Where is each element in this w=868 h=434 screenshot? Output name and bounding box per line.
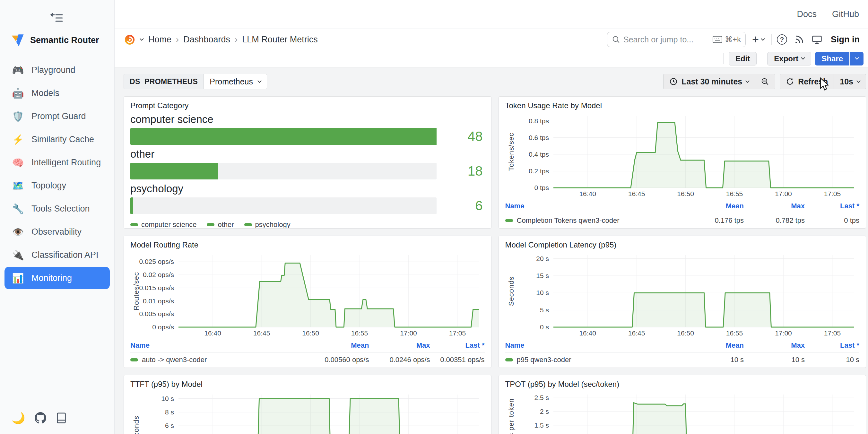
sidebar-item-topology[interactable]: 🗺️ Topology	[4, 174, 110, 197]
legend-header-last[interactable]: Last *	[805, 341, 859, 349]
series-name[interactable]: auto -> qwen3-coder	[130, 356, 292, 364]
legend-header-max[interactable]: Max	[744, 202, 805, 210]
docs-link[interactable]: Docs	[797, 9, 817, 19]
legend-header-name[interactable]: Name	[505, 202, 667, 210]
legend-header-mean[interactable]: Mean	[667, 341, 744, 349]
eye-icon: 👁️	[11, 226, 24, 238]
svg-text:17:05: 17:05	[824, 329, 841, 337]
bargauge-track	[130, 128, 437, 145]
series-max: 10 s	[744, 356, 805, 364]
completion-latency-chart[interactable]: 16:4016:4516:5016:5517:0017:050 s5 s10 s…	[505, 251, 860, 338]
sidebar-item-label: Topology	[31, 181, 66, 191]
tpot-chart[interactable]: 16:4016:4516:5016:5517:0017:050 s0.5 s1 …	[505, 390, 860, 434]
time-range-group: Last 30 minutes	[663, 74, 775, 89]
sidebar-item-monitoring[interactable]: 📊 Monitoring	[4, 267, 110, 289]
panel-title[interactable]: TTFT (p95) by Model	[130, 380, 485, 389]
bargauge-track	[130, 163, 437, 180]
ttft-chart[interactable]: 16:4016:4516:5016:5517:0017:050 s2 s4 s6…	[130, 390, 485, 434]
docs-book-icon[interactable]	[56, 412, 67, 424]
sidebar-item-playground[interactable]: 🎮 Playground	[4, 59, 110, 81]
legend-header-max[interactable]: Max	[369, 341, 430, 349]
legend-header-max[interactable]: Max	[744, 341, 805, 349]
bargauge-label: computer science	[130, 113, 485, 125]
new-menu-button[interactable]: +	[752, 33, 764, 46]
refresh-interval-select[interactable]: 10s	[834, 74, 866, 89]
datasource-select[interactable]: Prometheus	[204, 74, 267, 89]
sidebar-collapse-button[interactable]	[48, 11, 66, 25]
share-menu-button[interactable]	[850, 52, 864, 65]
svg-text:0.005 ops/s: 0.005 ops/s	[139, 310, 174, 317]
news-rss-icon[interactable]	[794, 34, 804, 44]
legend-header-last[interactable]: Last *	[805, 202, 859, 210]
org-switcher-chevron-icon[interactable]	[140, 37, 144, 41]
panel-title[interactable]: Model Routing Rate	[130, 241, 485, 249]
sidebar-item-models[interactable]: 🤖 Models	[4, 82, 110, 104]
zoom-out-time-button[interactable]	[755, 74, 775, 89]
series-name[interactable]: p95 qwen3-coder	[505, 356, 667, 364]
breadcrumb-dashboards[interactable]: Dashboards	[183, 35, 230, 44]
edit-button[interactable]: Edit	[729, 52, 756, 65]
clock-icon	[669, 78, 678, 86]
sidebar-item-similarity-cache[interactable]: ⚡ Similarity Cache	[4, 128, 110, 151]
svg-text:0.2 tps: 0.2 tps	[528, 167, 549, 175]
svg-text:0.01 ops/s: 0.01 ops/s	[143, 297, 174, 305]
svg-text:17:00: 17:00	[400, 329, 417, 337]
legend-item[interactable]: computer science	[130, 220, 196, 228]
legend-header-name[interactable]: Name	[130, 341, 292, 349]
legend-item[interactable]: psychology	[244, 220, 290, 228]
token-usage-chart[interactable]: 16:4016:4516:5016:5517:0017:050 tps0.2 t…	[505, 112, 860, 199]
svg-text:16:45: 16:45	[253, 329, 270, 337]
search-input[interactable]: Search or jump to... ⌘+k	[607, 32, 746, 47]
legend-header-name[interactable]: Name	[505, 341, 667, 349]
github-link[interactable]: GitHub	[832, 9, 859, 19]
routing-rate-chart[interactable]: 16:4016:4516:5016:5517:0017:050 ops/s0.0…	[130, 251, 485, 338]
panel-title[interactable]: Prompt Category	[130, 101, 485, 110]
theme-toggle-moon-icon[interactable]: 🌙	[11, 411, 25, 424]
legend-swatch	[244, 223, 252, 226]
github-link-icon[interactable]	[35, 412, 46, 424]
time-range-picker[interactable]: Last 30 minutes	[663, 74, 755, 89]
help-icon[interactable]: ?	[777, 34, 787, 44]
share-button[interactable]: Share	[815, 52, 849, 65]
dashboard: DS_PROMETHEUS Prometheus Last 30 minutes	[115, 67, 868, 434]
panel-title[interactable]: Model Completion Latency (p95)	[505, 241, 860, 249]
grafana-logo-icon[interactable]	[123, 33, 136, 46]
sidebar-item-prompt-guard[interactable]: 🛡️ Prompt Guard	[4, 105, 110, 127]
series-name[interactable]: Completion Tokens qwen3-coder	[505, 216, 667, 225]
legend-row: p95 qwen3-coder 10 s 10 s 10 s	[505, 352, 860, 367]
panel-title[interactable]: TPOT (p95) by Model (sec/token)	[505, 380, 860, 389]
svg-text:17:00: 17:00	[775, 329, 792, 337]
search-icon	[612, 35, 620, 44]
app-topbar: Docs GitHub	[115, 0, 868, 29]
zoom-out-icon	[761, 78, 769, 86]
legend-header-last[interactable]: Last *	[430, 341, 485, 349]
sidebar-item-classification-api[interactable]: 🔌 Classification API	[4, 244, 110, 266]
panel-title[interactable]: Token Usage Rate by Model	[505, 101, 860, 110]
refresh-button[interactable]: Refresh	[780, 74, 834, 89]
svg-text:0.025 ops/s: 0.025 ops/s	[139, 258, 174, 265]
legend-item[interactable]: other	[207, 220, 234, 228]
series-last: 0 tps	[805, 216, 859, 225]
legend-table: Name Mean Max Last * p95 qwen3-coder 10 …	[505, 339, 860, 367]
bargauge-value: 18	[468, 163, 483, 180]
svg-text:2 s: 2 s	[539, 408, 549, 415]
breadcrumb-home[interactable]: Home	[148, 35, 172, 44]
sign-in-button[interactable]: Sign in	[831, 35, 860, 44]
plug-icon: 🔌	[11, 249, 24, 261]
grafana-header: Home › Dashboards › LLM Router Metrics S…	[115, 29, 868, 50]
legend-header-mean[interactable]: Mean	[667, 202, 744, 210]
export-button[interactable]: Export	[767, 52, 811, 65]
bargauge-row: other 18	[130, 148, 485, 180]
svg-text:2.5 s: 2.5 s	[534, 394, 549, 401]
svg-text:0.4 tps: 0.4 tps	[528, 151, 549, 158]
legend-header-mean[interactable]: Mean	[292, 341, 369, 349]
sidebar-item-intelligent-routing[interactable]: 🧠 Intelligent Routing	[4, 151, 110, 174]
lightning-icon: ⚡	[11, 134, 24, 145]
bargauge-track	[130, 197, 437, 214]
sidebar-item-observability[interactable]: 👁️ Observability	[4, 220, 110, 243]
display-monitor-icon[interactable]	[811, 34, 823, 44]
brand[interactable]: Semantic Router	[0, 33, 114, 47]
svg-text:Seconds per token: Seconds per token	[507, 398, 515, 434]
chevron-down-icon	[257, 79, 261, 83]
sidebar-item-tools-selection[interactable]: 🔧 Tools Selection	[4, 197, 110, 220]
